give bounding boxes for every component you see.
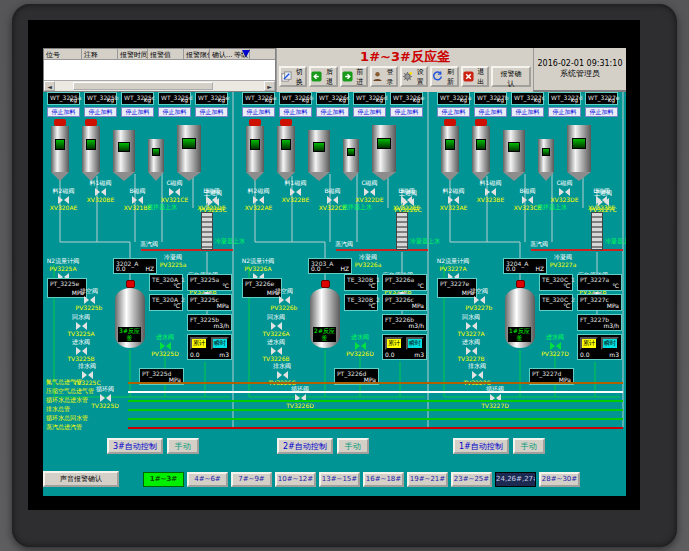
stop-feed-button[interactable]: 停止加料	[195, 107, 228, 117]
reactor-vessel[interactable]: 2#反应釜	[310, 288, 340, 348]
feed-hopper[interactable]	[441, 126, 459, 172]
alarm-filter-icon[interactable]	[242, 50, 250, 57]
manual-button[interactable]: 手动	[167, 438, 199, 454]
manual-button[interactable]: 手动	[337, 438, 369, 454]
scroll-right-icon[interactable]: ►	[264, 81, 275, 91]
valve-icon[interactable]	[208, 198, 219, 206]
stop-feed-button[interactable]: 停止加料	[353, 107, 386, 117]
page-nav-button[interactable]: 24,26#,27#	[495, 472, 536, 487]
condenser[interactable]	[201, 212, 213, 250]
alarm-column-header[interactable]: 注释	[82, 49, 118, 59]
stop-feed-button[interactable]: 停止加料	[511, 107, 544, 117]
scroll-left-icon[interactable]: ◄	[44, 81, 55, 91]
totalizer-instant-button[interactable]: 瞬时	[211, 337, 229, 350]
valve-icon[interactable]	[160, 342, 171, 350]
stop-feed-button[interactable]: 停止加料	[316, 107, 349, 117]
stop-feed-button[interactable]: 停止加料	[47, 107, 80, 117]
totalizer-instant-button[interactable]: 瞬时	[601, 337, 619, 350]
valve-icon[interactable]	[327, 196, 338, 204]
totalizer-instant-button[interactable]: 瞬时	[406, 337, 424, 350]
stop-feed-button[interactable]: 停止加料	[242, 107, 275, 117]
stop-feed-button[interactable]: 停止加料	[437, 107, 470, 117]
valve-icon[interactable]	[364, 188, 375, 196]
totalizer-total-button[interactable]: 累计	[385, 337, 403, 350]
settings-button[interactable]: 设置	[400, 66, 428, 87]
manual-button[interactable]: 手动	[513, 438, 545, 454]
page-nav-button[interactable]: 1#~3#	[143, 472, 184, 487]
valve-icon[interactable]	[95, 188, 106, 196]
valve-icon[interactable]	[485, 188, 496, 196]
alarm-confirm-button[interactable]: 报警确认	[491, 66, 531, 87]
valve-icon[interactable]	[355, 342, 366, 350]
valve-icon[interactable]	[466, 347, 477, 355]
valve-icon[interactable]	[253, 196, 264, 204]
refresh-button[interactable]: 刷新	[430, 66, 458, 87]
valve-icon[interactable]	[598, 198, 609, 206]
auto-control-button[interactable]: 2#自动控制	[277, 438, 333, 454]
page-nav-button[interactable]: 16#~18#	[363, 472, 404, 487]
valve-icon[interactable]	[466, 322, 477, 330]
valve-icon[interactable]	[403, 198, 414, 206]
valve-icon[interactable]	[58, 196, 69, 204]
feed-hopper[interactable]	[113, 130, 135, 172]
feed-hopper[interactable]	[567, 125, 591, 172]
reactor-vessel[interactable]: 3#反应釜	[115, 288, 145, 348]
feed-hopper[interactable]	[538, 139, 554, 172]
back-button[interactable]: 后退	[309, 66, 337, 87]
valve-icon[interactable]	[279, 296, 290, 304]
valve-icon[interactable]	[84, 296, 95, 304]
alarm-column-header[interactable]: 确认...	[210, 49, 232, 59]
page-nav-button[interactable]: 19#~21#	[407, 472, 448, 487]
valve-icon[interactable]	[76, 322, 87, 330]
feed-hopper[interactable]	[148, 139, 164, 172]
feed-hopper[interactable]	[51, 126, 69, 172]
feed-hopper[interactable]	[372, 125, 396, 172]
feed-hopper[interactable]	[177, 125, 201, 172]
page-nav-button[interactable]: 10#~12#	[275, 472, 316, 487]
feed-hopper[interactable]	[308, 130, 330, 172]
valve-icon[interactable]	[271, 322, 282, 330]
valve-icon[interactable]	[448, 196, 459, 204]
forward-button[interactable]: 前进	[340, 66, 368, 87]
valve-icon[interactable]	[169, 188, 180, 196]
valve-icon[interactable]	[290, 188, 301, 196]
feed-hopper[interactable]	[82, 126, 100, 172]
valve-icon[interactable]	[550, 342, 561, 350]
auto-control-button[interactable]: 3#自动控制	[107, 438, 163, 454]
login-button[interactable]: 登录	[370, 66, 398, 87]
valve-icon[interactable]	[559, 188, 570, 196]
condenser[interactable]	[396, 212, 408, 250]
page-nav-button[interactable]: 13#~15#	[319, 472, 360, 487]
stop-feed-button[interactable]: 停止加料	[474, 107, 507, 117]
feed-hopper[interactable]	[246, 126, 264, 172]
stop-feed-button[interactable]: 停止加料	[390, 107, 423, 117]
feed-hopper[interactable]	[503, 130, 525, 172]
totalizer-total-button[interactable]: 累计	[580, 337, 598, 350]
totalizer-total-button[interactable]: 累计	[190, 337, 208, 350]
valve-icon[interactable]	[522, 196, 533, 204]
page-nav-button[interactable]: 7#~9#	[231, 472, 272, 487]
auto-control-button[interactable]: 1#自动控制	[453, 438, 509, 454]
alarm-column-header[interactable]: 报警时间	[118, 49, 148, 59]
switch-button[interactable]: 切换	[279, 66, 307, 87]
alarm-scrollbar[interactable]: ◄ ►	[44, 80, 275, 91]
stop-feed-button[interactable]: 停止加料	[548, 107, 581, 117]
reactor-vessel[interactable]: 1#反应釜	[505, 288, 535, 348]
page-nav-button[interactable]: 28#~30#	[539, 472, 580, 487]
scrollbar-thumb[interactable]	[73, 82, 213, 90]
feed-hopper[interactable]	[343, 139, 359, 172]
valve-icon[interactable]	[271, 347, 282, 355]
feed-hopper[interactable]	[277, 126, 295, 172]
valve-icon[interactable]	[474, 296, 485, 304]
stop-feed-button[interactable]: 停止加料	[121, 107, 154, 117]
stop-feed-button[interactable]: 停止加料	[84, 107, 117, 117]
alarm-column-header[interactable]: 位号	[44, 49, 82, 59]
stop-feed-button[interactable]: 停止加料	[158, 107, 191, 117]
valve-icon[interactable]	[76, 347, 87, 355]
stop-feed-button[interactable]: 停止加料	[585, 107, 618, 117]
sound-alarm-ack-button[interactable]: 声音报警确认	[43, 471, 119, 487]
page-nav-button[interactable]: 23#~25#	[451, 472, 492, 487]
page-nav-button[interactable]: 4#~6#	[187, 472, 228, 487]
stop-feed-button[interactable]: 停止加料	[279, 107, 312, 117]
alarm-column-header[interactable]: 报警限值	[184, 49, 210, 59]
